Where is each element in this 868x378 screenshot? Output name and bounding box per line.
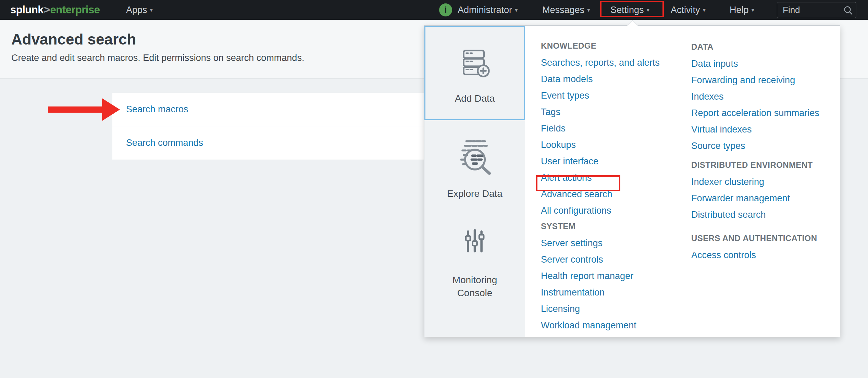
menu-item: Alert actions [541,170,660,187]
menu-section-data: DATA Data inputs Forwarding and receivin… [691,42,819,155]
menu-item: Event types [541,88,660,104]
menu-link-indexer-clustering[interactable]: Indexer clustering [691,177,764,187]
section-title: DISTRIBUTED ENVIRONMENT [691,160,813,170]
menu-item: Instrumentation [541,285,636,301]
menu-item: Fields [541,121,660,137]
menu-link-instrumentation[interactable]: Instrumentation [541,287,605,298]
menu-link-user-interface[interactable]: User interface [541,156,598,166]
dropdown-tile-column: Add Data [424,26,525,337]
chevron-down-icon: ▾ [515,0,518,20]
monitoring-console-tile[interactable]: Monitoring Console [424,213,525,312]
chevron-down-icon: ▾ [150,0,153,20]
add-data-icon [458,47,491,79]
menu-link-licensing[interactable]: Licensing [541,304,580,314]
menu-link-alert-actions[interactable]: Alert actions [541,173,592,183]
menu-item: Access controls [691,248,817,264]
menu-link-access-controls[interactable]: Access controls [691,250,756,260]
top-nav-bar: splunk>enterprise Apps▾ i Administrator▾… [0,0,868,20]
menu-section-knowledge: KNOWLEDGE Searches, reports, and alerts … [541,41,660,219]
menu-section-users-authentication: USERS AND AUTHENTICATION Access controls [691,233,817,264]
nav-help-label: Help [730,5,749,15]
menu-item: User interface [541,154,660,170]
page-title: Advanced search [11,31,136,48]
nav-settings-label: Settings [610,5,644,15]
logo-brand-text: splunk [10,4,44,16]
menu-link-distributed-search[interactable]: Distributed search [691,210,766,220]
nav-apps-menu[interactable]: Apps▾ [126,0,153,20]
menu-link-workload-management[interactable]: Workload management [541,320,636,330]
menu-item: Lookups [541,137,660,154]
nav-settings-menu[interactable]: Settings▾ [610,0,649,20]
menu-link-forwarding-and-receiving[interactable]: Forwarding and receiving [691,75,795,85]
add-data-label: Add Data [455,93,495,104]
monitoring-console-label: Monitoring Console [439,274,511,300]
menu-item: Data inputs [691,56,819,73]
splunk-app: splunk>enterprise Apps▾ i Administrator▾… [0,0,868,378]
section-title: USERS AND AUTHENTICATION [691,233,817,243]
menu-item: Workload management [541,318,636,334]
search-macros-link[interactable]: Search macros [126,104,188,114]
splunk-logo[interactable]: splunk>enterprise [10,0,100,20]
menu-item: Tags [541,104,660,121]
menu-section-distributed-environment: DISTRIBUTED ENVIRONMENT Indexer clusteri… [691,160,813,224]
menu-item: Distributed search [691,207,813,224]
chevron-down-icon: ▾ [703,0,706,20]
settings-dropdown-menu: Add Data [424,25,840,337]
chevron-down-icon: ▾ [752,0,755,20]
search-commands-link[interactable]: Search commands [126,138,203,148]
menu-item: Health report manager [541,268,636,285]
menu-link-fields[interactable]: Fields [541,123,566,134]
menu-link-forwarder-management[interactable]: Forwarder management [691,193,790,203]
nav-messages-label: Messages [542,5,584,15]
nav-activity-menu[interactable]: Activity▾ [671,0,706,20]
nav-apps-label: Apps [126,5,147,15]
info-badge-icon[interactable]: i [439,3,452,16]
chevron-down-icon: ▾ [587,0,590,20]
menu-item: Indexer clustering [691,174,813,191]
explore-data-tile[interactable]: Explore Data [424,120,525,213]
menu-link-data-models[interactable]: Data models [541,74,593,84]
menu-link-indexes[interactable]: Indexes [691,91,724,102]
menu-link-all-configurations[interactable]: All configurations [541,205,611,216]
logo-gt-glyph: > [44,4,50,16]
nav-activity-label: Activity [671,5,700,15]
menu-item: Source types [691,138,819,155]
menu-link-server-controls[interactable]: Server controls [541,254,603,265]
menu-item: All configurations [541,203,660,219]
menu-link-searches-reports-alerts[interactable]: Searches, reports, and alerts [541,58,660,68]
add-data-tile[interactable]: Add Data [424,26,525,120]
menu-item: Forwarding and receiving [691,73,819,89]
menu-item: Advanced search [541,187,660,203]
monitoring-console-icon [460,228,489,256]
find-search-box [777,2,856,18]
menu-item: Virtual indexes [691,122,819,138]
red-arrow-annotation [48,98,120,123]
menu-link-tags[interactable]: Tags [541,107,560,117]
menu-link-server-settings[interactable]: Server settings [541,238,603,248]
menu-link-health-report-manager[interactable]: Health report manager [541,271,633,281]
chevron-down-icon: ▾ [647,0,650,20]
find-search-input[interactable] [777,2,856,18]
nav-administrator-label: Administrator [458,5,512,15]
menu-link-source-types[interactable]: Source types [691,141,745,151]
explore-data-label: Explore Data [447,188,503,199]
section-title: SYSTEM [541,221,636,231]
nav-administrator-menu[interactable]: Administrator▾ [458,0,518,20]
nav-messages-menu[interactable]: Messages▾ [542,0,590,20]
logo-product-text: enterprise [50,4,100,16]
menu-link-virtual-indexes[interactable]: Virtual indexes [691,124,752,135]
menu-link-data-inputs[interactable]: Data inputs [691,59,738,69]
nav-help-menu[interactable]: Help▾ [730,0,754,20]
menu-section-system: SYSTEM Server settings Server controls H… [541,221,636,334]
menu-link-advanced-search[interactable]: Advanced search [541,189,612,199]
menu-link-report-acceleration-summaries[interactable]: Report acceleration summaries [691,108,819,118]
menu-item: Server controls [541,252,636,268]
menu-item: Licensing [541,301,636,318]
menu-link-event-types[interactable]: Event types [541,90,589,101]
menu-item: Indexes [691,89,819,105]
menu-item: Report acceleration summaries [691,105,819,122]
menu-item: Data models [541,72,660,88]
menu-item: Forwarder management [691,191,813,207]
menu-item: Server settings [541,236,636,252]
menu-link-lookups[interactable]: Lookups [541,140,576,150]
